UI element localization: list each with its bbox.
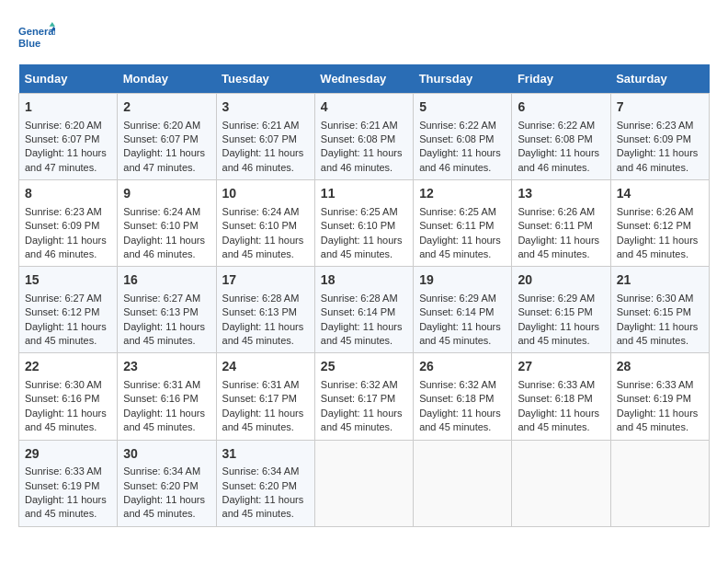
- weekday-header-row: Sunday Monday Tuesday Wednesday Thursday…: [19, 64, 710, 94]
- sunset-text: Sunset: 6:18 PM: [419, 393, 494, 404]
- sunrise-text: Sunrise: 6:27 AM: [25, 293, 102, 304]
- calendar-cell: 24Sunrise: 6:31 AMSunset: 6:17 PMDayligh…: [216, 353, 314, 440]
- calendar-cell: [512, 440, 610, 526]
- sunset-text: Sunset: 6:14 PM: [321, 306, 395, 317]
- daylight-text: Daylight: 11 hours and 45 minutes.: [123, 321, 205, 346]
- sunset-text: Sunset: 6:20 PM: [123, 480, 198, 491]
- calendar-cell: 22Sunrise: 6:30 AMSunset: 6:16 PMDayligh…: [19, 353, 118, 440]
- sunset-text: Sunset: 6:09 PM: [25, 220, 99, 231]
- day-number: 11: [321, 185, 407, 203]
- day-number: 1: [25, 98, 111, 117]
- sunrise-text: Sunrise: 6:29 AM: [518, 293, 595, 304]
- header-friday: Friday: [512, 64, 610, 94]
- daylight-text: Daylight: 11 hours and 46 minutes.: [518, 147, 599, 172]
- sunrise-text: Sunrise: 6:21 AM: [321, 120, 398, 131]
- sunset-text: Sunset: 6:10 PM: [123, 220, 198, 231]
- day-number: 29: [25, 445, 111, 464]
- daylight-text: Daylight: 11 hours and 45 minutes.: [222, 408, 304, 432]
- day-number: 10: [222, 185, 309, 203]
- header-tuesday: Tuesday: [216, 64, 314, 94]
- day-number: 27: [518, 358, 604, 376]
- calendar-cell: [414, 440, 512, 526]
- calendar-cell: 29Sunrise: 6:33 AMSunset: 6:19 PMDayligh…: [19, 440, 118, 526]
- header-thursday: Thursday: [414, 64, 512, 94]
- calendar-cell: 1Sunrise: 6:20 AMSunset: 6:07 PMDaylight…: [19, 94, 118, 180]
- calendar-cell: 11Sunrise: 6:25 AMSunset: 6:10 PMDayligh…: [314, 180, 413, 267]
- sunrise-text: Sunrise: 6:31 AM: [222, 379, 300, 390]
- calendar-cell: 15Sunrise: 6:27 AMSunset: 6:12 PMDayligh…: [19, 267, 118, 353]
- day-number: 25: [321, 358, 407, 376]
- calendar-cell: 20Sunrise: 6:29 AMSunset: 6:15 PMDayligh…: [512, 267, 610, 353]
- header-saturday: Saturday: [610, 64, 709, 94]
- sunrise-text: Sunrise: 6:21 AM: [222, 120, 300, 131]
- header-monday: Monday: [118, 64, 216, 94]
- sunrise-text: Sunrise: 6:28 AM: [321, 293, 398, 304]
- sunset-text: Sunset: 6:17 PM: [321, 393, 395, 404]
- sunset-text: Sunset: 6:10 PM: [222, 220, 297, 231]
- sunset-text: Sunset: 6:19 PM: [617, 393, 691, 404]
- daylight-text: Daylight: 11 hours and 45 minutes.: [419, 321, 501, 346]
- daylight-text: Daylight: 11 hours and 46 minutes.: [617, 147, 699, 172]
- day-number: 22: [25, 358, 111, 376]
- day-number: 4: [321, 98, 407, 117]
- day-number: 19: [419, 271, 506, 290]
- svg-marker-2: [50, 22, 55, 27]
- header: General Blue: [18, 18, 710, 55]
- week-row-1: 1Sunrise: 6:20 AMSunset: 6:07 PMDaylight…: [19, 94, 710, 180]
- header-wednesday: Wednesday: [314, 64, 413, 94]
- sunrise-text: Sunrise: 6:25 AM: [321, 206, 398, 217]
- daylight-text: Daylight: 11 hours and 45 minutes.: [617, 408, 699, 432]
- calendar-cell: 6Sunrise: 6:22 AMSunset: 6:08 PMDaylight…: [512, 94, 610, 180]
- daylight-text: Daylight: 11 hours and 45 minutes.: [617, 235, 699, 259]
- daylight-text: Daylight: 11 hours and 45 minutes.: [617, 321, 699, 346]
- week-row-4: 22Sunrise: 6:30 AMSunset: 6:16 PMDayligh…: [19, 353, 710, 440]
- daylight-text: Daylight: 11 hours and 46 minutes.: [123, 235, 205, 259]
- logo-svg: General Blue: [18, 18, 55, 55]
- calendar-cell: [314, 440, 413, 526]
- sunset-text: Sunset: 6:08 PM: [419, 133, 494, 144]
- sunrise-text: Sunrise: 6:29 AM: [419, 293, 496, 304]
- day-number: 20: [518, 271, 604, 290]
- calendar-cell: 19Sunrise: 6:29 AMSunset: 6:14 PMDayligh…: [414, 267, 512, 353]
- day-number: 13: [518, 185, 604, 203]
- sunset-text: Sunset: 6:07 PM: [222, 133, 297, 144]
- daylight-text: Daylight: 11 hours and 45 minutes.: [321, 235, 403, 259]
- daylight-text: Daylight: 11 hours and 45 minutes.: [25, 321, 107, 346]
- daylight-text: Daylight: 11 hours and 46 minutes.: [222, 147, 304, 172]
- sunset-text: Sunset: 6:20 PM: [222, 480, 297, 491]
- day-number: 8: [25, 185, 111, 203]
- calendar-cell: 21Sunrise: 6:30 AMSunset: 6:15 PMDayligh…: [610, 267, 709, 353]
- calendar-cell: 30Sunrise: 6:34 AMSunset: 6:20 PMDayligh…: [118, 440, 216, 526]
- sunrise-text: Sunrise: 6:30 AM: [617, 293, 694, 304]
- calendar-cell: 31Sunrise: 6:34 AMSunset: 6:20 PMDayligh…: [216, 440, 314, 526]
- sunrise-text: Sunrise: 6:31 AM: [123, 379, 200, 390]
- daylight-text: Daylight: 11 hours and 46 minutes.: [25, 235, 107, 259]
- daylight-text: Daylight: 11 hours and 46 minutes.: [321, 147, 403, 172]
- day-number: 31: [222, 445, 309, 464]
- sunrise-text: Sunrise: 6:20 AM: [123, 120, 200, 131]
- day-number: 26: [419, 358, 506, 376]
- svg-text:General: General: [18, 26, 55, 37]
- calendar-cell: [610, 440, 709, 526]
- calendar-cell: 17Sunrise: 6:28 AMSunset: 6:13 PMDayligh…: [216, 267, 314, 353]
- calendar-cell: 26Sunrise: 6:32 AMSunset: 6:18 PMDayligh…: [414, 353, 512, 440]
- calendar-cell: 7Sunrise: 6:23 AMSunset: 6:09 PMDaylight…: [610, 94, 709, 180]
- day-number: 30: [123, 445, 210, 464]
- day-number: 3: [222, 98, 309, 117]
- sunset-text: Sunset: 6:12 PM: [617, 220, 691, 231]
- sunrise-text: Sunrise: 6:25 AM: [419, 206, 496, 217]
- day-number: 12: [419, 185, 506, 203]
- sunrise-text: Sunrise: 6:32 AM: [419, 379, 496, 390]
- calendar-cell: 3Sunrise: 6:21 AMSunset: 6:07 PMDaylight…: [216, 94, 314, 180]
- daylight-text: Daylight: 11 hours and 45 minutes.: [419, 408, 501, 432]
- daylight-text: Daylight: 11 hours and 45 minutes.: [222, 494, 304, 519]
- day-number: 6: [518, 98, 604, 117]
- sunrise-text: Sunrise: 6:34 AM: [123, 465, 200, 477]
- calendar-cell: 28Sunrise: 6:33 AMSunset: 6:19 PMDayligh…: [610, 353, 709, 440]
- calendar-cell: 9Sunrise: 6:24 AMSunset: 6:10 PMDaylight…: [118, 180, 216, 267]
- sunrise-text: Sunrise: 6:34 AM: [222, 465, 300, 477]
- day-number: 7: [617, 98, 703, 117]
- week-row-2: 8Sunrise: 6:23 AMSunset: 6:09 PMDaylight…: [19, 180, 710, 267]
- sunset-text: Sunset: 6:12 PM: [25, 306, 99, 317]
- daylight-text: Daylight: 11 hours and 45 minutes.: [518, 321, 599, 346]
